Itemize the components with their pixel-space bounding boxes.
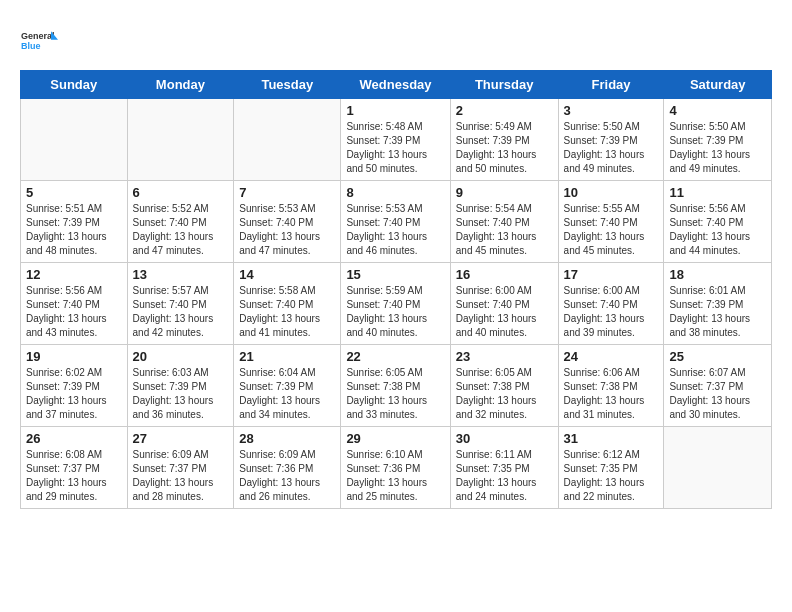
weekday-header-row: SundayMondayTuesdayWednesdayThursdayFrid… <box>21 71 772 99</box>
day-number: 11 <box>669 185 766 200</box>
week-row-4: 19Sunrise: 6:02 AM Sunset: 7:39 PM Dayli… <box>21 345 772 427</box>
calendar-cell <box>234 99 341 181</box>
day-number: 27 <box>133 431 229 446</box>
calendar-cell: 29Sunrise: 6:10 AM Sunset: 7:36 PM Dayli… <box>341 427 450 509</box>
week-row-2: 5Sunrise: 5:51 AM Sunset: 7:39 PM Daylig… <box>21 181 772 263</box>
calendar-cell: 20Sunrise: 6:03 AM Sunset: 7:39 PM Dayli… <box>127 345 234 427</box>
day-info: Sunrise: 6:04 AM Sunset: 7:39 PM Dayligh… <box>239 366 335 422</box>
day-number: 19 <box>26 349 122 364</box>
day-number: 8 <box>346 185 444 200</box>
day-info: Sunrise: 6:12 AM Sunset: 7:35 PM Dayligh… <box>564 448 659 504</box>
day-info: Sunrise: 5:52 AM Sunset: 7:40 PM Dayligh… <box>133 202 229 258</box>
day-info: Sunrise: 5:57 AM Sunset: 7:40 PM Dayligh… <box>133 284 229 340</box>
day-info: Sunrise: 6:05 AM Sunset: 7:38 PM Dayligh… <box>456 366 553 422</box>
day-number: 23 <box>456 349 553 364</box>
calendar-cell: 31Sunrise: 6:12 AM Sunset: 7:35 PM Dayli… <box>558 427 664 509</box>
calendar-cell: 18Sunrise: 6:01 AM Sunset: 7:39 PM Dayli… <box>664 263 772 345</box>
weekday-header-thursday: Thursday <box>450 71 558 99</box>
calendar-cell: 14Sunrise: 5:58 AM Sunset: 7:40 PM Dayli… <box>234 263 341 345</box>
day-number: 2 <box>456 103 553 118</box>
day-number: 22 <box>346 349 444 364</box>
day-number: 1 <box>346 103 444 118</box>
day-number: 13 <box>133 267 229 282</box>
calendar-cell: 26Sunrise: 6:08 AM Sunset: 7:37 PM Dayli… <box>21 427 128 509</box>
day-info: Sunrise: 6:09 AM Sunset: 7:37 PM Dayligh… <box>133 448 229 504</box>
day-info: Sunrise: 6:00 AM Sunset: 7:40 PM Dayligh… <box>456 284 553 340</box>
day-info: Sunrise: 6:03 AM Sunset: 7:39 PM Dayligh… <box>133 366 229 422</box>
calendar-cell: 5Sunrise: 5:51 AM Sunset: 7:39 PM Daylig… <box>21 181 128 263</box>
calendar-cell: 11Sunrise: 5:56 AM Sunset: 7:40 PM Dayli… <box>664 181 772 263</box>
day-number: 28 <box>239 431 335 446</box>
day-info: Sunrise: 6:07 AM Sunset: 7:37 PM Dayligh… <box>669 366 766 422</box>
calendar-header: SundayMondayTuesdayWednesdayThursdayFrid… <box>21 71 772 99</box>
day-info: Sunrise: 6:00 AM Sunset: 7:40 PM Dayligh… <box>564 284 659 340</box>
calendar-cell: 10Sunrise: 5:55 AM Sunset: 7:40 PM Dayli… <box>558 181 664 263</box>
day-info: Sunrise: 6:06 AM Sunset: 7:38 PM Dayligh… <box>564 366 659 422</box>
day-info: Sunrise: 5:50 AM Sunset: 7:39 PM Dayligh… <box>669 120 766 176</box>
day-number: 20 <box>133 349 229 364</box>
day-number: 15 <box>346 267 444 282</box>
calendar-cell <box>21 99 128 181</box>
calendar-cell: 19Sunrise: 6:02 AM Sunset: 7:39 PM Dayli… <box>21 345 128 427</box>
calendar-cell: 9Sunrise: 5:54 AM Sunset: 7:40 PM Daylig… <box>450 181 558 263</box>
calendar-cell: 17Sunrise: 6:00 AM Sunset: 7:40 PM Dayli… <box>558 263 664 345</box>
calendar-cell: 4Sunrise: 5:50 AM Sunset: 7:39 PM Daylig… <box>664 99 772 181</box>
day-info: Sunrise: 5:55 AM Sunset: 7:40 PM Dayligh… <box>564 202 659 258</box>
calendar-cell: 2Sunrise: 5:49 AM Sunset: 7:39 PM Daylig… <box>450 99 558 181</box>
day-info: Sunrise: 6:09 AM Sunset: 7:36 PM Dayligh… <box>239 448 335 504</box>
day-info: Sunrise: 6:08 AM Sunset: 7:37 PM Dayligh… <box>26 448 122 504</box>
day-number: 17 <box>564 267 659 282</box>
day-info: Sunrise: 5:56 AM Sunset: 7:40 PM Dayligh… <box>669 202 766 258</box>
calendar-cell: 22Sunrise: 6:05 AM Sunset: 7:38 PM Dayli… <box>341 345 450 427</box>
calendar-cell: 21Sunrise: 6:04 AM Sunset: 7:39 PM Dayli… <box>234 345 341 427</box>
calendar-cell: 28Sunrise: 6:09 AM Sunset: 7:36 PM Dayli… <box>234 427 341 509</box>
svg-text:Blue: Blue <box>21 41 41 51</box>
day-number: 10 <box>564 185 659 200</box>
day-info: Sunrise: 5:53 AM Sunset: 7:40 PM Dayligh… <box>239 202 335 258</box>
week-row-1: 1Sunrise: 5:48 AM Sunset: 7:39 PM Daylig… <box>21 99 772 181</box>
day-number: 4 <box>669 103 766 118</box>
svg-text:General: General <box>21 31 55 41</box>
page-header: GeneralBlue <box>20 20 772 60</box>
day-info: Sunrise: 5:53 AM Sunset: 7:40 PM Dayligh… <box>346 202 444 258</box>
day-info: Sunrise: 5:58 AM Sunset: 7:40 PM Dayligh… <box>239 284 335 340</box>
weekday-header-monday: Monday <box>127 71 234 99</box>
calendar-cell: 27Sunrise: 6:09 AM Sunset: 7:37 PM Dayli… <box>127 427 234 509</box>
calendar-cell: 8Sunrise: 5:53 AM Sunset: 7:40 PM Daylig… <box>341 181 450 263</box>
day-number: 21 <box>239 349 335 364</box>
calendar-cell: 30Sunrise: 6:11 AM Sunset: 7:35 PM Dayli… <box>450 427 558 509</box>
day-info: Sunrise: 6:02 AM Sunset: 7:39 PM Dayligh… <box>26 366 122 422</box>
day-number: 9 <box>456 185 553 200</box>
calendar-cell <box>664 427 772 509</box>
calendar-cell: 13Sunrise: 5:57 AM Sunset: 7:40 PM Dayli… <box>127 263 234 345</box>
day-number: 14 <box>239 267 335 282</box>
day-info: Sunrise: 5:59 AM Sunset: 7:40 PM Dayligh… <box>346 284 444 340</box>
weekday-header-friday: Friday <box>558 71 664 99</box>
weekday-header-wednesday: Wednesday <box>341 71 450 99</box>
day-number: 31 <box>564 431 659 446</box>
day-info: Sunrise: 6:05 AM Sunset: 7:38 PM Dayligh… <box>346 366 444 422</box>
day-number: 29 <box>346 431 444 446</box>
day-number: 26 <box>26 431 122 446</box>
day-number: 24 <box>564 349 659 364</box>
weekday-header-tuesday: Tuesday <box>234 71 341 99</box>
logo: GeneralBlue <box>20 20 64 60</box>
day-number: 3 <box>564 103 659 118</box>
day-number: 6 <box>133 185 229 200</box>
day-number: 30 <box>456 431 553 446</box>
week-row-5: 26Sunrise: 6:08 AM Sunset: 7:37 PM Dayli… <box>21 427 772 509</box>
day-info: Sunrise: 5:56 AM Sunset: 7:40 PM Dayligh… <box>26 284 122 340</box>
day-info: Sunrise: 6:11 AM Sunset: 7:35 PM Dayligh… <box>456 448 553 504</box>
day-info: Sunrise: 5:48 AM Sunset: 7:39 PM Dayligh… <box>346 120 444 176</box>
calendar-cell: 24Sunrise: 6:06 AM Sunset: 7:38 PM Dayli… <box>558 345 664 427</box>
day-number: 7 <box>239 185 335 200</box>
day-info: Sunrise: 6:01 AM Sunset: 7:39 PM Dayligh… <box>669 284 766 340</box>
calendar-table: SundayMondayTuesdayWednesdayThursdayFrid… <box>20 70 772 509</box>
calendar-cell: 23Sunrise: 6:05 AM Sunset: 7:38 PM Dayli… <box>450 345 558 427</box>
week-row-3: 12Sunrise: 5:56 AM Sunset: 7:40 PM Dayli… <box>21 263 772 345</box>
day-number: 16 <box>456 267 553 282</box>
day-info: Sunrise: 5:50 AM Sunset: 7:39 PM Dayligh… <box>564 120 659 176</box>
day-number: 12 <box>26 267 122 282</box>
calendar-cell: 7Sunrise: 5:53 AM Sunset: 7:40 PM Daylig… <box>234 181 341 263</box>
day-info: Sunrise: 6:10 AM Sunset: 7:36 PM Dayligh… <box>346 448 444 504</box>
